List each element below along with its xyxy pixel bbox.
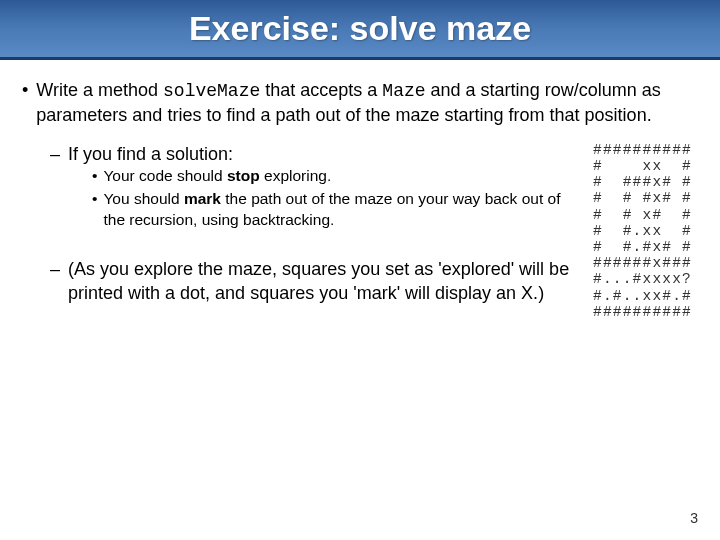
subsub-stop: • Your code should stop exploring. xyxy=(92,166,585,187)
slide-title: Exercise: solve maze xyxy=(189,9,531,48)
title-bar: Exercise: solve maze xyxy=(0,0,720,60)
subsub-mark: • You should mark the path out of the ma… xyxy=(92,189,585,231)
bullet-main-text: Write a method solveMaze that accepts a … xyxy=(36,78,692,128)
code-solvemaze: solveMaze xyxy=(163,81,260,101)
bullet-icon: • xyxy=(22,78,28,102)
sub-list: – If you find a solution: • Your code sh… xyxy=(22,142,585,306)
subsub-stop-text: Your code should stop exploring. xyxy=(103,166,331,187)
two-column-area: – If you find a solution: • Your code sh… xyxy=(22,142,692,321)
bullet-icon: • xyxy=(92,189,97,210)
bullet-main: • Write a method solveMaze that accepts … xyxy=(22,78,692,128)
sub-item-solution-text: If you find a solution: xyxy=(68,142,585,166)
subsub-list: • Your code should stop exploring. • You… xyxy=(68,166,585,231)
bullet-icon: • xyxy=(92,166,97,187)
slide-content: • Write a method solveMaze that accepts … xyxy=(0,60,720,320)
code-maze: Maze xyxy=(382,81,425,101)
dash-icon: – xyxy=(50,257,60,281)
sub-item-solution-wrap: If you find a solution: • Your code shou… xyxy=(68,142,585,233)
sub-item-explain-text: (As you explore the maze, squares you se… xyxy=(68,257,585,306)
subsub-mark-text: You should mark the path out of the maze… xyxy=(103,189,585,231)
dash-icon: – xyxy=(50,142,60,166)
sub-item-solution: – If you find a solution: • Your code sh… xyxy=(50,142,585,233)
left-column: – If you find a solution: • Your code sh… xyxy=(22,142,593,316)
page-number: 3 xyxy=(690,510,698,526)
right-column: ########## # xx # # ###x# # # # #x# # # … xyxy=(593,142,692,321)
sub-item-explain: – (As you explore the maze, squares you … xyxy=(50,257,585,306)
maze-ascii: ########## # xx # # ###x# # # # #x# # # … xyxy=(593,142,692,321)
